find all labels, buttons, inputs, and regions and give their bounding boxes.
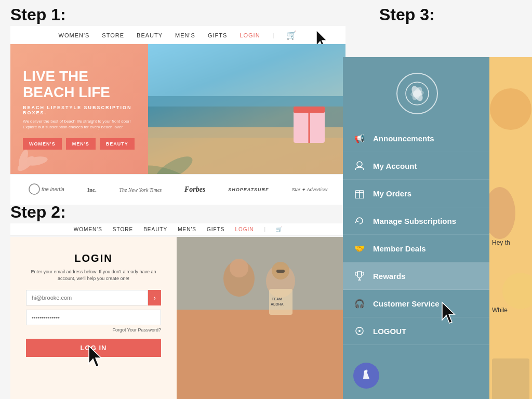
press-bar: the inertia Inc. The New York Times Forb… bbox=[10, 174, 345, 205]
right-peek-panel: Hey th While bbox=[489, 57, 532, 399]
hero-btns: WOMEN'S MEN'S BEAUTY bbox=[23, 138, 138, 150]
menu-item-manage-subscriptions[interactable]: Manage Subscriptions bbox=[343, 207, 491, 235]
logout-label: LOGOUT bbox=[373, 327, 406, 336]
login-title: LOGIN bbox=[74, 252, 112, 264]
svg-point-12 bbox=[29, 184, 39, 194]
while-text: While bbox=[492, 307, 508, 314]
navbar2-wrapper: WOMEN'S STORE BEAUTY MEN'S GIFTS LOGIN |… bbox=[10, 223, 345, 236]
shopify-icon bbox=[359, 368, 374, 383]
deals-icon: 🤝 bbox=[353, 242, 366, 255]
menu-logo-area bbox=[343, 57, 491, 125]
trophy-icon bbox=[354, 271, 365, 281]
menu-item-rewards[interactable]: Rewards bbox=[343, 262, 491, 290]
refresh-icon bbox=[354, 216, 365, 226]
nav-cart[interactable]: 🛒 bbox=[286, 30, 297, 40]
nav-divider: | bbox=[273, 32, 274, 38]
person-icon bbox=[354, 161, 365, 171]
orders-icon bbox=[353, 187, 366, 200]
nav-login[interactable]: LOGIN bbox=[240, 32, 260, 38]
nav-store[interactable]: STORE bbox=[102, 32, 124, 38]
email-input[interactable] bbox=[26, 290, 148, 305]
press-inc: Inc. bbox=[87, 187, 97, 193]
hero-banner: LIVE THE BEACH LIFE BEACH LIFESTYLE SUBS… bbox=[10, 44, 345, 174]
menu-list: 📢 Announcements My Account My Orders Man… bbox=[343, 125, 491, 345]
press-star: Star ✦ Advertiser bbox=[291, 187, 328, 192]
rewards-icon bbox=[353, 270, 366, 282]
inertia-logo-icon: the inertia bbox=[28, 183, 64, 195]
rewards-label: Rewards bbox=[373, 272, 406, 281]
svg-rect-16 bbox=[177, 237, 345, 310]
navbar1: WOMEN'S STORE BEAUTY MEN'S GIFTS LOGIN |… bbox=[10, 26, 345, 44]
step3-label: Step 3: bbox=[379, 5, 435, 24]
nav2-store[interactable]: STORE bbox=[113, 227, 133, 232]
svg-text:TEAM: TEAM bbox=[272, 297, 282, 301]
menu-item-announcements[interactable]: 📢 Announcements bbox=[343, 125, 491, 152]
password-input[interactable] bbox=[26, 310, 161, 325]
nav-gifts[interactable]: GIFTS bbox=[208, 32, 227, 38]
nav2-beauty[interactable]: BEAUTY bbox=[143, 227, 167, 232]
nav2-gifts[interactable]: GIFTS bbox=[207, 227, 224, 232]
nav2-mens[interactable]: MEN'S bbox=[178, 227, 196, 232]
svg-rect-22 bbox=[269, 289, 292, 315]
step2-label: Step 2: bbox=[10, 203, 66, 222]
hero-womens-btn[interactable]: WOMEN'S bbox=[23, 138, 62, 150]
hero-illustration bbox=[148, 44, 345, 174]
login-panel: LOGIN Enter your email address below. If… bbox=[10, 237, 177, 399]
step1-container: WOMEN'S STORE BEAUTY MEN'S GIFTS LOGIN |… bbox=[10, 26, 345, 205]
menu-item-logout[interactable]: LOGOUT bbox=[343, 317, 491, 345]
menu-item-my-account[interactable]: My Account bbox=[343, 152, 491, 180]
step1-label: Step 1: bbox=[10, 5, 66, 24]
svg-text:ALOHA: ALOHA bbox=[271, 302, 284, 306]
menu-item-customer-service[interactable]: 🎧 Customer Service bbox=[343, 290, 491, 317]
logout-icon bbox=[353, 325, 366, 337]
announcements-label: Announcements bbox=[373, 134, 434, 143]
hero-subtitle: BEACH LIFESTYLE SUBSCRIPTION BOXES. bbox=[23, 105, 138, 115]
menu-item-my-orders[interactable]: My Orders bbox=[343, 180, 491, 207]
press-nyt: The New York Times bbox=[119, 187, 162, 193]
svg-point-37 bbox=[365, 370, 368, 373]
svg-point-36 bbox=[358, 330, 361, 332]
step2-content: LOGIN Enter your email address below. If… bbox=[10, 237, 345, 399]
svg-marker-38 bbox=[442, 302, 455, 323]
press-inertia: the inertia bbox=[28, 183, 64, 196]
service-icon: 🎧 bbox=[353, 297, 366, 310]
hero-beauty-btn[interactable]: BEAUTY bbox=[100, 138, 135, 150]
navbar2: WOMEN'S STORE BEAUTY MEN'S GIFTS LOGIN |… bbox=[10, 223, 345, 236]
svg-point-29 bbox=[357, 162, 362, 167]
svg-text:the inertia: the inertia bbox=[42, 187, 64, 192]
hey-text: Hey th bbox=[492, 239, 510, 246]
forgot-password-link[interactable]: Forgot Your Password? bbox=[112, 327, 161, 332]
nav-mens[interactable]: MEN'S bbox=[175, 32, 195, 38]
subscriptions-icon bbox=[353, 215, 366, 227]
svg-rect-21 bbox=[276, 270, 285, 273]
nav-womens[interactable]: WOMEN'S bbox=[59, 32, 90, 38]
press-forbes: Forbes bbox=[184, 185, 205, 194]
nav2-cart[interactable]: 🛒 bbox=[276, 227, 282, 232]
customer-service-label: Customer Service bbox=[373, 299, 440, 308]
hero-desc: We deliver the best of beach life straig… bbox=[23, 118, 138, 130]
shopify-chat-btn[interactable] bbox=[353, 363, 379, 389]
email-row: › bbox=[26, 290, 161, 305]
nav-beauty[interactable]: BEAUTY bbox=[137, 32, 163, 38]
press-shopeatsurf: SHOPEATSURF bbox=[228, 187, 269, 192]
email-submit-btn[interactable]: › bbox=[148, 290, 161, 305]
step3-menu: 📢 Announcements My Account My Orders Man… bbox=[343, 57, 491, 399]
hero-mens-btn[interactable]: MEN'S bbox=[66, 138, 96, 150]
right-peek-illustration bbox=[489, 57, 532, 399]
menu-item-member-deals[interactable]: 🤝 Member Deals bbox=[343, 235, 491, 262]
announcements-icon: 📢 bbox=[353, 132, 366, 144]
cursor3-icon bbox=[439, 301, 458, 324]
nav2-womens[interactable]: WOMEN'S bbox=[74, 227, 102, 232]
my-orders-label: My Orders bbox=[373, 189, 411, 198]
svg-rect-43 bbox=[492, 358, 529, 399]
step2-illustration: TEAM ALOHA bbox=[177, 237, 345, 399]
nav2-divider: | bbox=[264, 227, 266, 232]
manage-subscriptions-label: Manage Subscriptions bbox=[373, 217, 456, 225]
svg-point-18 bbox=[230, 259, 248, 277]
account-icon bbox=[353, 159, 366, 172]
nav2-login[interactable]: LOGIN bbox=[235, 227, 254, 232]
login-desc: Enter your email address below. If you d… bbox=[26, 269, 161, 282]
step2-photo: TEAM ALOHA bbox=[177, 237, 345, 399]
hero-image bbox=[148, 44, 345, 174]
svg-point-40 bbox=[490, 88, 531, 130]
